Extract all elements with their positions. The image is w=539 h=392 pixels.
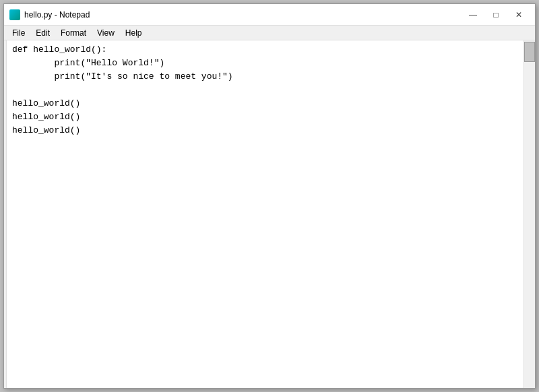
menu-bar: File Edit Format View Help	[4, 26, 535, 40]
code-line-5: hello_world()	[12, 97, 518, 110]
code-line-1: def hello_world():	[12, 43, 518, 57]
code-line-6: hello_world()	[12, 110, 518, 124]
code-line-3: print("It's so nice to meet you!")	[12, 70, 518, 84]
menu-format[interactable]: Format	[55, 27, 92, 39]
window-title: hello.py - Notepad	[24, 10, 462, 20]
title-bar: hello.py - Notepad — □ ✕	[4, 4, 535, 26]
minimize-button[interactable]: —	[462, 5, 484, 24]
code-line-4	[12, 84, 518, 97]
code-line-2: print("Hello World!")	[12, 57, 518, 70]
scrollbar-thumb[interactable]	[524, 42, 535, 62]
app-icon	[9, 9, 20, 20]
notepad-window: hello.py - Notepad — □ ✕ File Edit Forma…	[3, 3, 536, 389]
menu-help[interactable]: Help	[120, 27, 148, 39]
vertical-scrollbar[interactable]	[524, 40, 535, 388]
close-button[interactable]: ✕	[508, 5, 530, 24]
maximize-button[interactable]: □	[485, 5, 507, 24]
text-area[interactable]: def hello_world(): print("Hello World!")…	[7, 40, 524, 388]
menu-file[interactable]: File	[7, 27, 30, 39]
editor-area: def hello_world(): print("Hello World!")…	[4, 40, 535, 388]
menu-edit[interactable]: Edit	[30, 27, 55, 39]
window-controls: — □ ✕	[462, 5, 530, 24]
menu-view[interactable]: View	[92, 27, 120, 39]
code-line-7: hello_world()	[12, 124, 518, 137]
